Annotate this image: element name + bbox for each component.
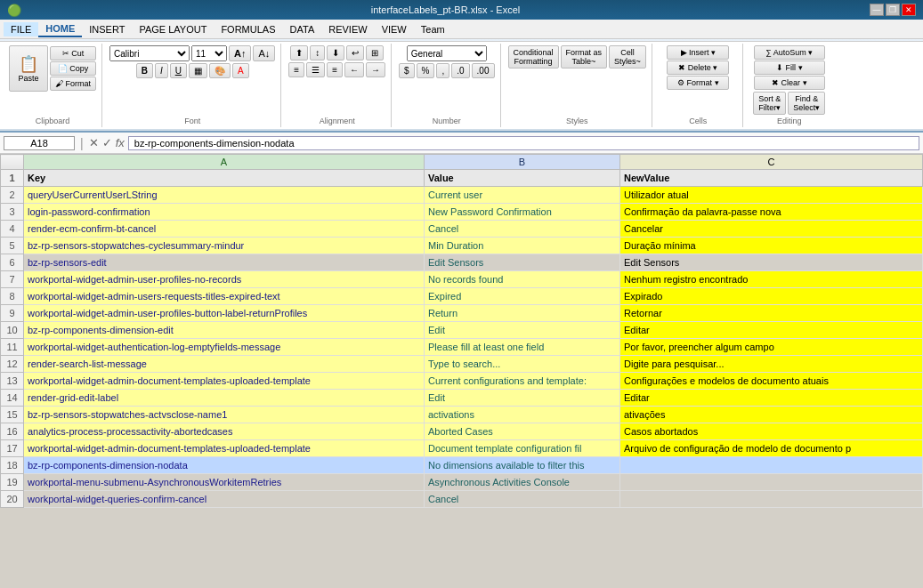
comma-button[interactable]: ,	[436, 63, 449, 78]
italic-button[interactable]: I	[155, 63, 168, 78]
col-a-header[interactable]: A	[24, 155, 425, 170]
minimize-button[interactable]: —	[870, 4, 884, 16]
cell-key[interactable]: workportal-widget-admin-user-profiles-bu…	[24, 305, 425, 322]
align-bottom-button[interactable]: ⬇	[327, 45, 344, 60]
cell-newvalue[interactable]: Editar	[620, 322, 923, 339]
cell-newvalue[interactable]	[620, 474, 923, 491]
align-top-button[interactable]: ⬆	[290, 45, 308, 60]
cell-key[interactable]: workportal-widget-admin-document-templat…	[24, 440, 425, 457]
col-c-header[interactable]: C	[620, 155, 923, 170]
menu-formulas[interactable]: FORMULAS	[214, 22, 282, 36]
cell-newvalue[interactable]: Cancelar	[620, 221, 923, 238]
confirm-formula-icon[interactable]: ✓	[102, 136, 112, 149]
insert-function-icon[interactable]: fx	[116, 136, 125, 149]
cell-value[interactable]: Document template configuration fil	[425, 440, 620, 457]
format-painter-button[interactable]: 🖌 Format	[50, 77, 96, 91]
cell-key[interactable]: bz-rp-components-dimension-edit	[24, 322, 425, 339]
cell-key[interactable]: bz-rp-components-dimension-nodata	[24, 457, 425, 474]
col-b-header[interactable]: B	[425, 155, 620, 170]
cell-key[interactable]: render-search-list-message	[24, 356, 425, 373]
cell-value[interactable]: Type to search...	[425, 356, 620, 373]
clear-button[interactable]: ✖ Clear ▾	[754, 76, 825, 90]
font-size-select[interactable]: 11	[191, 45, 227, 61]
cell-value[interactable]: Min Duration	[425, 238, 620, 254]
cell-key[interactable]: analytics-process-processactivity-aborte…	[24, 423, 425, 440]
cell-key[interactable]: workportal-widget-admin-document-templat…	[24, 373, 425, 390]
cell-value[interactable]: Please fill at least one field	[425, 339, 620, 356]
increase-font-button[interactable]: A↑	[229, 45, 251, 61]
cell-newvalue[interactable]: Configurações e modelos de documento atu…	[620, 373, 923, 390]
cell-newvalue[interactable]: Por favor, preencher algum campo	[620, 339, 923, 356]
cell-key[interactable]: bz-rp-sensors-stopwatches-actvsclose-nam…	[24, 407, 425, 423]
cell-newvalue[interactable]: Digite para pesquisar...	[620, 356, 923, 373]
autosum-button[interactable]: ∑ AutoSum ▾	[754, 45, 825, 60]
cell-reference-input[interactable]	[4, 136, 75, 150]
find-select-button[interactable]: Find &Select▾	[788, 92, 825, 115]
cell-value[interactable]: Edit	[425, 322, 620, 339]
cell-newvalue[interactable]: Edit Sensors	[620, 254, 923, 271]
cell-newvalue[interactable]	[620, 457, 923, 474]
merge-center-button[interactable]: ⊞	[366, 45, 384, 60]
cell-key[interactable]: login-password-confirmation	[24, 204, 425, 221]
sort-filter-button[interactable]: Sort &Filter▾	[753, 92, 786, 115]
cell-value[interactable]: Return	[425, 305, 620, 322]
cell-value[interactable]: activations	[425, 407, 620, 423]
restore-button[interactable]: ❐	[886, 4, 900, 16]
grid-scroll[interactable]: A B C 1KeyValueNewValue2queryUserCurrent…	[0, 154, 923, 588]
cell-value[interactable]: Expired	[425, 288, 620, 305]
cell-value[interactable]: Asynchronous Activities Console	[425, 474, 620, 491]
cell-value[interactable]: Cancel	[425, 491, 620, 508]
number-format-select[interactable]: General	[407, 45, 487, 61]
cell-key[interactable]: queryUserCurrentUserLString	[24, 187, 425, 204]
font-color-button[interactable]: A	[232, 63, 249, 78]
cell-key[interactable]: workportal-widget-admin-user-profiles-no…	[24, 271, 425, 288]
font-family-select[interactable]: Calibri	[109, 45, 190, 61]
cell-newvalue[interactable]: Editar	[620, 390, 923, 407]
cell-value[interactable]: Cancel	[425, 221, 620, 238]
increase-decimal-button[interactable]: .00	[472, 63, 495, 78]
cell-key[interactable]: render-ecm-confirm-bt-cancel	[24, 221, 425, 238]
cell-value[interactable]: Edit	[425, 390, 620, 407]
cell-styles-button[interactable]: CellStyles~	[609, 45, 646, 68]
cell-newvalue[interactable]: Confirmação da palavra-passe nova	[620, 204, 923, 221]
align-left-button[interactable]: ≡	[288, 62, 304, 77]
cell-key[interactable]: bz-rp-sensors-edit	[24, 254, 425, 271]
cell-newvalue[interactable]: NewValue	[620, 170, 923, 187]
align-middle-button[interactable]: ↕	[310, 45, 325, 60]
cell-key[interactable]: workportal-widget-queries-confirm-cancel	[24, 491, 425, 508]
cell-value[interactable]: New Password Confirmation	[425, 204, 620, 221]
insert-cells-button[interactable]: ▶ Insert ▾	[667, 45, 729, 60]
cell-newvalue[interactable]: Casos abortados	[620, 423, 923, 440]
cell-newvalue[interactable]: Retornar	[620, 305, 923, 322]
conditional-formatting-button[interactable]: ConditionalFormatting	[508, 45, 559, 68]
cell-newvalue[interactable]: Nenhum registro encontrado	[620, 271, 923, 288]
decrease-indent-button[interactable]: ←	[344, 62, 364, 77]
cell-key[interactable]: workportal-menu-submenu-AsynchronousWork…	[24, 474, 425, 491]
format-cells-button[interactable]: ⚙ Format ▾	[667, 76, 729, 90]
menu-team[interactable]: Team	[414, 22, 452, 36]
bold-button[interactable]: B	[136, 63, 153, 78]
wrap-text-button[interactable]: ↩	[346, 45, 364, 60]
close-button[interactable]: ✕	[902, 4, 916, 16]
delete-cells-button[interactable]: ✖ Delete ▾	[667, 60, 729, 75]
underline-button[interactable]: U	[170, 63, 187, 78]
cell-key[interactable]: bz-rp-sensors-stopwatches-cyclesummary-m…	[24, 238, 425, 254]
cell-newvalue[interactable]: Duração mínima	[620, 238, 923, 254]
cell-value[interactable]: Value	[425, 170, 620, 187]
fill-color-button[interactable]: 🎨	[209, 63, 231, 78]
cell-newvalue[interactable]: ativações	[620, 407, 923, 423]
increase-indent-button[interactable]: →	[366, 62, 385, 77]
menu-review[interactable]: REVIEW	[321, 22, 374, 36]
cell-newvalue[interactable]: Expirado	[620, 288, 923, 305]
currency-button[interactable]: $	[399, 63, 415, 78]
cell-value[interactable]: No records found	[425, 271, 620, 288]
paste-button[interactable]: 📋 Paste	[9, 45, 48, 92]
formula-input[interactable]	[128, 136, 919, 150]
cell-key[interactable]: render-grid-edit-label	[24, 390, 425, 407]
cell-key[interactable]: Key	[24, 170, 425, 187]
menu-page-layout[interactable]: PAGE LAYOUT	[132, 22, 214, 36]
cell-value[interactable]: Aborted Cases	[425, 423, 620, 440]
decrease-font-button[interactable]: A↓	[253, 45, 275, 61]
cell-newvalue[interactable]	[620, 491, 923, 508]
cell-value[interactable]: Current configurations and template:	[425, 373, 620, 390]
